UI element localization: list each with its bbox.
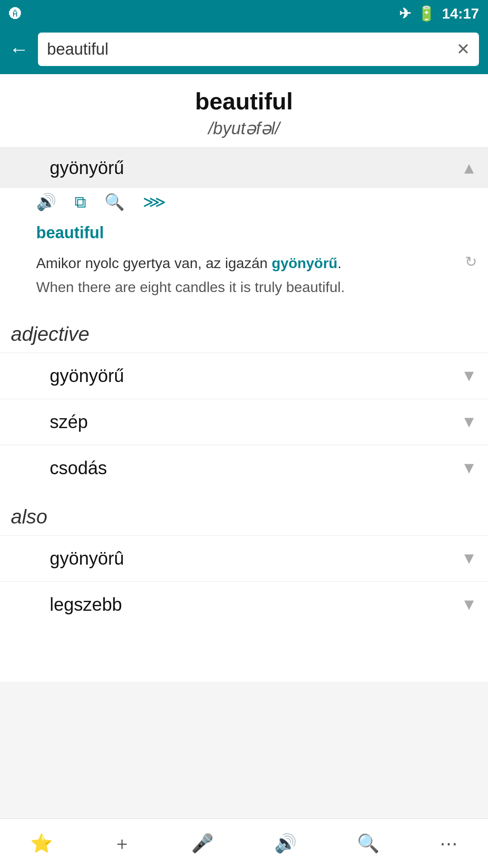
chevron-up-icon: ▲ [461,159,477,178]
example-sentence: Amikor nyolc gyertya van, az igazán gyön… [11,249,477,297]
status-bar: 🅐 ✈ 🔋 14:17 [0,0,488,27]
nav-microphone[interactable]: 🎤 [191,833,214,854]
nav-favorites[interactable]: ⭐ [30,833,53,854]
example-english: When there are eight candles it is truly… [36,277,477,297]
example-hungarian: Amikor nyolc gyertya van, az igazán gyön… [36,253,477,274]
search-input[interactable] [47,40,456,59]
app-icon: 🅐 [9,6,22,21]
translation-label: beautiful [11,221,477,249]
airplane-icon: ✈ [399,5,411,22]
list-item[interactable]: gyönyörû ▼ [0,535,488,581]
share-button[interactable]: ⋙ [143,193,166,212]
status-bar-right: ✈ 🔋 14:17 [399,5,479,22]
translation-word-adj2: szép [50,412,461,432]
chevron-down-icon: ▼ [461,412,477,431]
battery-icon: 🔋 [418,5,436,22]
bottom-nav: ⭐ ＋ 🎤 🔊 🔍 ⋯ [0,818,488,868]
word-header: beautiful /byutəfəl/ [0,74,488,147]
bottom-spacer [0,627,488,682]
time-display: 14:17 [442,5,479,22]
clear-button[interactable]: ✕ [456,40,470,59]
search-button[interactable]: 🔍 [104,193,125,212]
copy-button[interactable]: ⧉ [75,193,86,212]
adjective-section-label: adjective [0,308,488,353]
nav-add[interactable]: ＋ [113,831,131,856]
main-translation-header[interactable]: gyönyörű ▲ [0,148,488,188]
main-translation-word: gyönyörű [50,158,461,178]
translation-word-also2: legszebb [50,594,461,615]
chevron-down-icon: ▼ [461,458,477,477]
also-section: also gyönyörû ▼ legszebb ▼ [0,491,488,627]
back-button[interactable]: ← [9,39,29,59]
list-item[interactable]: szép ▼ [0,399,488,445]
list-item[interactable]: legszebb ▼ [0,581,488,627]
chevron-down-icon: ▼ [461,595,477,614]
word-phonetic: /byutəfəl/ [9,118,479,138]
freq-bars-also1 [11,552,42,565]
freq-bars-adj2 [11,415,42,428]
freq-bars-main [11,162,42,175]
translation-word-adj3: csodás [50,458,461,478]
chevron-down-icon: ▼ [461,366,477,385]
speaker-button[interactable]: 🔊 [36,193,56,212]
word-title: beautiful [9,88,479,115]
list-item[interactable]: gyönyörű ▼ [0,353,488,399]
chevron-down-icon: ▼ [461,549,477,568]
refresh-icon[interactable]: ↻ [465,253,477,270]
nav-speaker[interactable]: 🔊 [274,833,297,854]
search-input-wrapper: ✕ [38,33,479,66]
main-content: beautiful /byutəfəl/ gyönyörű ▲ 🔊 ⧉ 🔍 ⋙ … [0,74,488,682]
nav-search[interactable]: 🔍 [357,833,380,854]
highlight-word: gyönyörű [272,255,338,271]
freq-bars-adj1 [11,369,42,382]
freq-bars-adj3 [11,462,42,474]
translation-word-also1: gyönyörû [50,548,461,569]
action-buttons: 🔊 ⧉ 🔍 ⋙ [11,188,477,221]
translation-expanded: 🔊 ⧉ 🔍 ⋙ beautiful Amikor nyolc gyertya v… [0,188,488,308]
status-bar-left: 🅐 [9,6,22,21]
nav-more[interactable]: ⋯ [440,833,458,854]
also-section-label: also [0,491,488,535]
adjective-section: adjective gyönyörű ▼ szép ▼ [0,308,488,491]
list-item[interactable]: csodás ▼ [0,445,488,491]
translation-word-adj1: gyönyörű [50,366,461,386]
main-translation-entry: gyönyörű ▲ 🔊 ⧉ 🔍 ⋙ beautiful Amikor nyol… [0,147,488,308]
search-bar: ← ✕ [0,27,488,74]
freq-bars-also2 [11,598,42,611]
